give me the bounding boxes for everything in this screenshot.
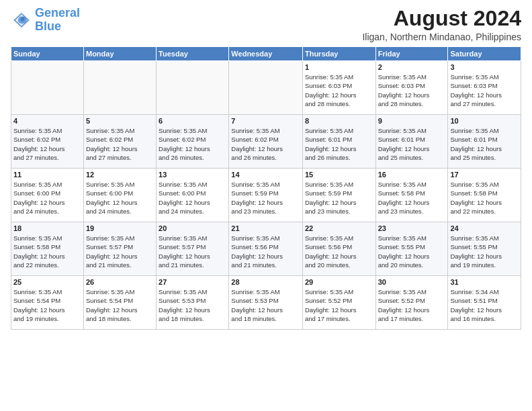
day-number: 13 [159, 171, 226, 179]
calendar-body: 1Sunrise: 5:35 AM Sunset: 6:03 PM Daylig… [11, 61, 521, 330]
calendar-cell: 17Sunrise: 5:35 AM Sunset: 5:58 PM Dayli… [448, 169, 521, 222]
calendar-week-1: 4Sunrise: 5:35 AM Sunset: 6:02 PM Daylig… [11, 115, 521, 169]
day-info: Sunrise: 5:35 AM Sunset: 5:55 PM Dayligh… [450, 234, 519, 269]
calendar-cell: 13Sunrise: 5:35 AM Sunset: 6:00 PM Dayli… [157, 169, 229, 222]
day-number: 19 [86, 224, 154, 232]
calendar-cell: 31Sunrise: 5:34 AM Sunset: 5:51 PM Dayli… [448, 276, 521, 330]
day-number: 10 [450, 117, 519, 125]
day-info: Sunrise: 5:35 AM Sunset: 5:57 PM Dayligh… [86, 234, 154, 269]
calendar-cell [229, 61, 303, 115]
calendar-cell: 7Sunrise: 5:35 AM Sunset: 6:02 PM Daylig… [229, 115, 303, 169]
logo-text: General Blue [35, 7, 80, 34]
day-number: 7 [231, 117, 300, 125]
day-info: Sunrise: 5:35 AM Sunset: 5:59 PM Dayligh… [231, 180, 300, 216]
calendar-cell: 18Sunrise: 5:35 AM Sunset: 5:58 PM Dayli… [11, 222, 84, 276]
day-info: Sunrise: 5:35 AM Sunset: 5:56 PM Dayligh… [305, 234, 373, 269]
subtitle: Iligan, Northern Mindanao, Philippines [362, 32, 521, 42]
day-info: Sunrise: 5:35 AM Sunset: 5:56 PM Dayligh… [231, 234, 300, 269]
logo-line2: Blue [35, 19, 61, 33]
col-tuesday: Tuesday [157, 47, 229, 61]
calendar-week-3: 18Sunrise: 5:35 AM Sunset: 5:58 PM Dayli… [11, 222, 521, 276]
day-number: 8 [305, 117, 373, 125]
day-info: Sunrise: 5:35 AM Sunset: 5:54 PM Dayligh… [13, 287, 81, 323]
day-info: Sunrise: 5:35 AM Sunset: 6:02 PM Dayligh… [231, 126, 300, 162]
day-number: 1 [305, 63, 373, 71]
day-info: Sunrise: 5:35 AM Sunset: 6:01 PM Dayligh… [305, 126, 373, 162]
calendar-cell: 5Sunrise: 5:35 AM Sunset: 6:02 PM Daylig… [83, 115, 156, 169]
calendar-cell: 3Sunrise: 5:35 AM Sunset: 6:03 PM Daylig… [448, 61, 521, 115]
day-number: 20 [159, 224, 226, 232]
day-info: Sunrise: 5:35 AM Sunset: 5:58 PM Dayligh… [378, 180, 446, 216]
header: General Blue August 2024 Iligan, Norther… [11, 7, 521, 42]
calendar-cell: 30Sunrise: 5:35 AM Sunset: 5:52 PM Dayli… [375, 276, 448, 330]
col-monday: Monday [83, 47, 156, 61]
day-number: 15 [305, 171, 373, 179]
col-thursday: Thursday [302, 47, 375, 61]
day-number: 11 [13, 171, 81, 179]
calendar-cell: 4Sunrise: 5:35 AM Sunset: 6:02 PM Daylig… [11, 115, 84, 169]
calendar-cell: 9Sunrise: 5:35 AM Sunset: 6:01 PM Daylig… [375, 115, 448, 169]
calendar-cell: 27Sunrise: 5:35 AM Sunset: 5:53 PM Dayli… [157, 276, 229, 330]
calendar-cell: 10Sunrise: 5:35 AM Sunset: 6:01 PM Dayli… [448, 115, 521, 169]
col-saturday: Saturday [448, 47, 521, 61]
calendar-cell: 21Sunrise: 5:35 AM Sunset: 5:56 PM Dayli… [229, 222, 303, 276]
day-number: 22 [305, 224, 373, 232]
calendar-cell: 23Sunrise: 5:35 AM Sunset: 5:55 PM Dayli… [375, 222, 448, 276]
day-number: 21 [231, 224, 300, 232]
day-number: 27 [159, 278, 226, 286]
logo-line1: General [35, 6, 80, 19]
day-info: Sunrise: 5:35 AM Sunset: 6:02 PM Dayligh… [13, 126, 81, 162]
logo: General Blue [11, 7, 80, 34]
day-number: 6 [159, 117, 226, 125]
calendar-cell: 6Sunrise: 5:35 AM Sunset: 6:02 PM Daylig… [157, 115, 229, 169]
day-info: Sunrise: 5:35 AM Sunset: 6:03 PM Dayligh… [450, 73, 519, 108]
col-wednesday: Wednesday [229, 47, 303, 61]
day-number: 31 [450, 278, 519, 286]
day-info: Sunrise: 5:35 AM Sunset: 6:00 PM Dayligh… [159, 180, 226, 216]
day-number: 9 [378, 117, 446, 125]
day-info: Sunrise: 5:35 AM Sunset: 6:01 PM Dayligh… [378, 126, 446, 162]
day-info: Sunrise: 5:35 AM Sunset: 6:03 PM Dayligh… [378, 73, 446, 108]
calendar-cell: 12Sunrise: 5:35 AM Sunset: 6:00 PM Dayli… [83, 169, 156, 222]
day-number: 25 [13, 278, 81, 286]
day-info: Sunrise: 5:35 AM Sunset: 6:01 PM Dayligh… [450, 126, 519, 162]
calendar-cell: 11Sunrise: 5:35 AM Sunset: 6:00 PM Dayli… [11, 169, 84, 222]
calendar-cell: 22Sunrise: 5:35 AM Sunset: 5:56 PM Dayli… [302, 222, 375, 276]
col-friday: Friday [375, 47, 448, 61]
day-info: Sunrise: 5:35 AM Sunset: 5:58 PM Dayligh… [13, 234, 81, 269]
calendar-week-0: 1Sunrise: 5:35 AM Sunset: 6:03 PM Daylig… [11, 61, 521, 115]
day-info: Sunrise: 5:35 AM Sunset: 6:02 PM Dayligh… [159, 126, 226, 162]
day-info: Sunrise: 5:35 AM Sunset: 6:00 PM Dayligh… [13, 180, 81, 216]
day-number: 17 [450, 171, 519, 179]
calendar-header: Sunday Monday Tuesday Wednesday Thursday… [11, 47, 521, 61]
day-number: 14 [231, 171, 300, 179]
page: General Blue August 2024 Iligan, Norther… [0, 0, 532, 411]
day-info: Sunrise: 5:35 AM Sunset: 5:52 PM Dayligh… [305, 287, 373, 323]
calendar-cell: 29Sunrise: 5:35 AM Sunset: 5:52 PM Dayli… [302, 276, 375, 330]
calendar-week-2: 11Sunrise: 5:35 AM Sunset: 6:00 PM Dayli… [11, 169, 521, 222]
calendar-cell: 16Sunrise: 5:35 AM Sunset: 5:58 PM Dayli… [375, 169, 448, 222]
day-number: 16 [378, 171, 446, 179]
day-number: 4 [13, 117, 81, 125]
day-info: Sunrise: 5:35 AM Sunset: 5:53 PM Dayligh… [231, 287, 300, 323]
calendar-cell: 2Sunrise: 5:35 AM Sunset: 6:03 PM Daylig… [375, 61, 448, 115]
day-number: 3 [450, 63, 519, 71]
calendar-cell [83, 61, 156, 115]
calendar-cell [11, 61, 84, 115]
calendar-cell: 15Sunrise: 5:35 AM Sunset: 5:59 PM Dayli… [302, 169, 375, 222]
header-row: Sunday Monday Tuesday Wednesday Thursday… [11, 47, 521, 61]
day-info: Sunrise: 5:35 AM Sunset: 5:59 PM Dayligh… [305, 180, 373, 216]
day-number: 30 [378, 278, 446, 286]
calendar-cell: 19Sunrise: 5:35 AM Sunset: 5:57 PM Dayli… [83, 222, 156, 276]
day-number: 18 [13, 224, 81, 232]
day-info: Sunrise: 5:35 AM Sunset: 5:57 PM Dayligh… [159, 234, 226, 269]
calendar-cell: 24Sunrise: 5:35 AM Sunset: 5:55 PM Dayli… [448, 222, 521, 276]
col-sunday: Sunday [11, 47, 84, 61]
day-info: Sunrise: 5:35 AM Sunset: 6:03 PM Dayligh… [305, 73, 373, 108]
day-info: Sunrise: 5:34 AM Sunset: 5:51 PM Dayligh… [450, 287, 519, 323]
main-title: August 2024 [362, 7, 521, 30]
day-number: 28 [231, 278, 300, 286]
day-info: Sunrise: 5:35 AM Sunset: 6:02 PM Dayligh… [86, 126, 154, 162]
title-block: August 2024 Iligan, Northern Mindanao, P… [362, 7, 521, 42]
day-number: 5 [86, 117, 154, 125]
